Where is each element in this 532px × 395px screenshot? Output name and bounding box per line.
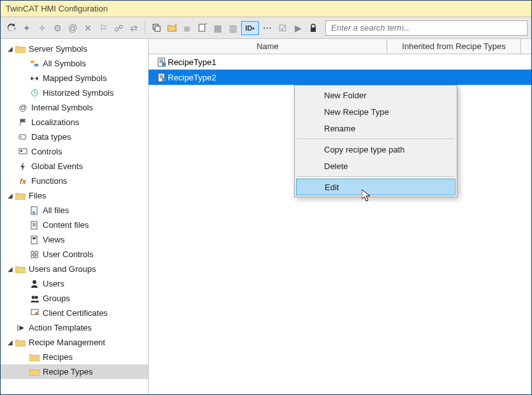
column-inherited[interactable]: Inherited from Recipe Types (387, 39, 521, 54)
tree-label: Functions (31, 176, 67, 186)
svg-point-14 (33, 211, 35, 214)
tool-icon[interactable]: ▥ (226, 21, 240, 35)
tool-icon[interactable]: ✦ (20, 21, 34, 35)
more-icon[interactable]: ⋯ (260, 21, 274, 35)
tree-label: Data types (31, 132, 71, 142)
tool-icon[interactable]: ✧ (35, 21, 49, 35)
tree-label: Views (43, 235, 64, 244)
svg-rect-6 (31, 61, 34, 63)
separator (145, 22, 145, 34)
id-button[interactable]: ID▪ (241, 21, 259, 35)
history-icon (29, 89, 40, 97)
tree-label: Groups (43, 294, 70, 303)
file-icon (29, 235, 40, 244)
menu-edit[interactable]: Edit (296, 179, 455, 195)
tool-icon[interactable]: ≣ (180, 21, 194, 35)
tree-all-symbols[interactable]: All Symbols (1, 56, 148, 71)
separator (297, 176, 454, 177)
svg-rect-18 (31, 251, 34, 254)
link-icon (29, 75, 40, 82)
delete-icon[interactable]: ✕ (81, 21, 95, 35)
svg-rect-16 (31, 236, 37, 244)
tool-icon[interactable]: ⇄ (127, 21, 141, 35)
svg-point-26 (35, 312, 38, 315)
tool-icon[interactable]: ☍ (112, 21, 126, 35)
tree-label: Users and Groups (29, 264, 96, 274)
tree-views[interactable]: Views (1, 232, 148, 247)
tree-server-symbols[interactable]: ◢ Server Symbols (1, 41, 148, 56)
search-input[interactable] (325, 20, 528, 36)
tool-icon[interactable]: ⚙ (50, 21, 64, 35)
tree-recipe-types[interactable]: Recipe Types (1, 364, 148, 379)
folder-icon (15, 192, 26, 200)
svg-rect-20 (31, 255, 34, 258)
checkbox-icon[interactable]: ☑ (276, 21, 290, 35)
column-spacer (521, 39, 531, 54)
folder-icon (29, 368, 40, 376)
tool-icon[interactable]: ⚐ (96, 21, 110, 35)
tree-files[interactable]: ◢ Files (1, 188, 148, 203)
folder-icon (29, 354, 40, 361)
chevron-down-icon: ◢ (6, 339, 15, 346)
tree-user-controls[interactable]: User Controls (1, 247, 148, 262)
tree-mapped-symbols[interactable]: Mapped Symbols (1, 71, 148, 86)
title-bar: TwinCAT HMI Configuration (1, 1, 531, 17)
tree-localizations[interactable]: Localizations (1, 115, 148, 130)
tree-all-files[interactable]: All files (1, 203, 148, 218)
tree-label: User Controls (43, 250, 93, 259)
tree-content-files[interactable]: Content files (1, 218, 148, 232)
tool-icon[interactable]: ▦ (211, 21, 225, 35)
tree-label: Server Symbols (29, 44, 87, 54)
svg-rect-21 (35, 255, 38, 258)
grid-icon (29, 251, 40, 258)
menu-new-recipe-type[interactable]: New Recipe Type (296, 103, 455, 120)
tree-label: Mapped Symbols (43, 73, 107, 83)
refresh-button[interactable] (4, 21, 18, 35)
menu-new-folder[interactable]: New Folder (296, 87, 455, 103)
tree-client-certs[interactable]: Client Certificates (1, 306, 148, 320)
svg-rect-19 (35, 251, 38, 254)
tree-action-templates[interactable]: Action Templates (1, 320, 148, 335)
svg-rect-9 (19, 135, 26, 139)
tree-label: Users (43, 279, 64, 288)
svg-rect-17 (33, 237, 36, 239)
context-menu[interactable]: New Folder New Recipe Type Rename Copy r… (294, 85, 457, 197)
menu-rename[interactable]: Rename (296, 120, 455, 137)
tree-functions[interactable]: fx Functions (1, 174, 148, 188)
file-icon (29, 206, 40, 215)
lock-icon[interactable] (306, 21, 320, 35)
tree-internal-symbols[interactable]: @ Internal Symbols (1, 100, 148, 115)
svg-point-23 (31, 295, 34, 299)
tree-label: Localizations (31, 117, 79, 127)
column-name[interactable]: Name (149, 39, 387, 54)
tree-data-types[interactable]: Data types (1, 130, 148, 144)
svg-rect-28 (162, 63, 166, 66)
toolbar: ✦ ✧ ⚙ @ ✕ ⚐ ☍ ⇄ ✶ ≣ ✶ ▦ ▥ ID▪ ⋯ ☑ ▶ (1, 17, 531, 39)
tree-users-groups[interactable]: ◢ Users and Groups (1, 262, 148, 276)
sidebar-tree[interactable]: ◢ Server Symbols All Symbols Mapped Symb… (1, 39, 149, 394)
tree-users[interactable]: Users (1, 276, 148, 291)
new-folder-icon[interactable]: ✶ (165, 21, 179, 35)
svg-rect-7 (34, 64, 38, 66)
menu-delete[interactable]: Delete (296, 158, 455, 174)
list-item[interactable]: RecipeType1 (149, 54, 531, 70)
copy-icon[interactable] (149, 21, 163, 35)
new-file-icon[interactable]: ✶ (195, 21, 209, 35)
at-icon[interactable]: @ (66, 21, 80, 35)
list-item[interactable]: RecipeType2 (149, 70, 531, 85)
menu-copy-path[interactable]: Copy recipe type path (296, 141, 455, 158)
folder-icon (15, 265, 26, 273)
play-icon[interactable]: ▶ (291, 21, 305, 35)
recipe-type-icon (155, 73, 168, 82)
tree-label: Controls (31, 147, 62, 156)
flag-icon (17, 118, 29, 126)
tree-groups[interactable]: Groups (1, 291, 148, 306)
tree-recipe-management[interactable]: ◢ Recipe Management (1, 335, 148, 350)
tree-controls[interactable]: Controls (1, 144, 148, 159)
svg-rect-30 (162, 78, 166, 82)
fx-icon: fx (17, 177, 29, 185)
tree-recipes[interactable]: Recipes (1, 350, 148, 364)
tree-label: Global Events (31, 161, 83, 171)
tree-global-events[interactable]: Global Events (1, 159, 148, 174)
tree-historized-symbols[interactable]: Historized Symbols (1, 86, 148, 100)
